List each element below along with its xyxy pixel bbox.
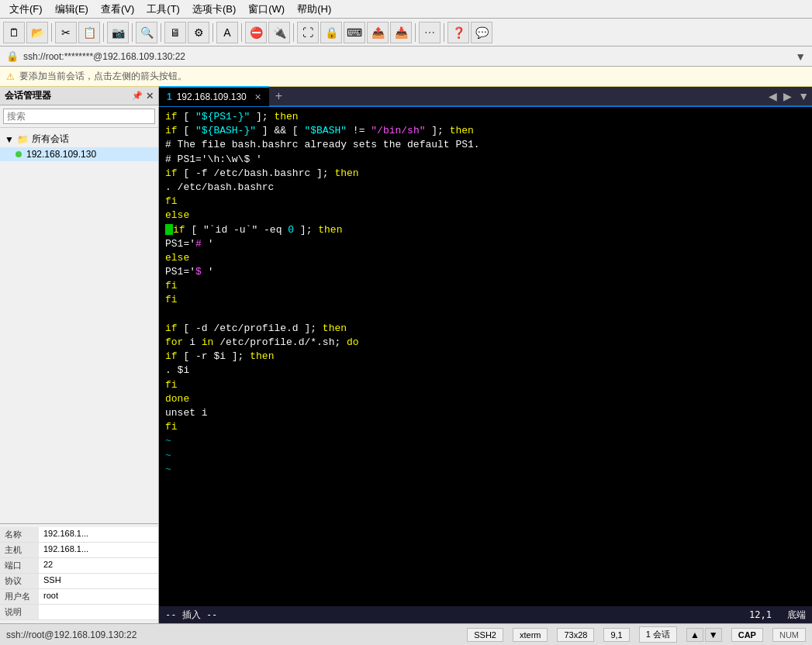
terminal-line-1: if [ "${PS1-}" ]; then (165, 110, 806, 124)
vim-location: 底端 (787, 609, 806, 622)
status-sessions: 1 会话 (639, 626, 677, 643)
fullscreen-button[interactable]: ⛶ (297, 22, 319, 43)
status-term: xterm (513, 628, 548, 642)
tab-bar: 1 192.168.109.130 ✕ + ◀ ▶ ▼ (159, 87, 812, 107)
terminal-button[interactable]: 🖥 (164, 22, 186, 43)
num-lock-indicator: NUM (772, 628, 806, 642)
session-item[interactable]: 192.168.109.130 (0, 147, 158, 161)
terminal-line-21: done (165, 392, 806, 406)
prop-label-host: 主机 (0, 543, 39, 557)
prop-value-username: root (39, 589, 158, 604)
prop-value-host: 192.168.1... (39, 543, 158, 557)
screenshot-button[interactable]: 📷 (107, 22, 129, 43)
terminal-line-5: if [ -f /etc/bash.bashrc ]; then (165, 167, 806, 181)
expand-icon: ▼ (5, 134, 14, 145)
terminal-line-12: PS1='$ ' (165, 265, 806, 279)
tab-navigation: ◀ ▶ ▼ (765, 90, 812, 102)
prop-value-desc (39, 605, 158, 619)
session-host: 192.168.109.130 (26, 149, 96, 160)
terminal-line-25: ~ (165, 449, 806, 463)
copy-button[interactable]: 📋 (78, 22, 100, 43)
terminal-line-17: for i in /etc/profile.d/*.sh; do (165, 336, 806, 350)
reconnect-button[interactable]: 🔌 (268, 22, 290, 43)
lock-button[interactable]: 🔒 (320, 22, 342, 43)
more-button[interactable]: ⋯ (419, 22, 441, 43)
prop-row-port: 端口 22 (0, 558, 158, 574)
find-button[interactable]: 🔍 (136, 22, 157, 43)
prop-label-port: 端口 (0, 558, 39, 573)
terminal-line-20: fi (165, 378, 806, 392)
tab-menu-button[interactable]: ▼ (795, 90, 812, 102)
terminal-line-26: ~ (165, 463, 806, 477)
cursor (165, 224, 173, 235)
terminal-line-2: if [ "${BASH-}" ] && [ "$BASH" != "/bin/… (165, 124, 806, 138)
terminal-line-10: PS1='# ' (165, 237, 806, 251)
terminal-line-11: else (165, 251, 806, 265)
terminal-line-13: fi (165, 279, 806, 293)
tab-0[interactable]: 1 192.168.109.130 ✕ (159, 86, 269, 106)
notice-text: 要添加当前会话，点击左侧的箭头按钮。 (19, 70, 187, 83)
terminal-container: 1 192.168.109.130 ✕ + ◀ ▶ ▼ if [ "${PS1-… (159, 87, 812, 623)
scroll-down-button[interactable]: ▼ (705, 628, 722, 642)
chat-button[interactable]: 💬 (471, 22, 492, 43)
close-sidebar-button[interactable]: ✕ (146, 91, 154, 102)
prop-value-name: 192.168.1... (39, 527, 158, 542)
toolbar: 🗒 📂 ✂ 📋 📷 🔍 🖥 ⚙ A ⛔ 🔌 ⛶ 🔒 ⌨ 📤 📥 ⋯ ❓ 💬 (0, 19, 812, 47)
keyboard-button[interactable]: ⌨ (344, 22, 365, 43)
add-tab-button[interactable]: + (269, 89, 289, 103)
status-size: 73x28 (557, 628, 594, 642)
settings-button[interactable]: ⚙ (188, 22, 209, 43)
terminal-screen[interactable]: if [ "${PS1-}" ]; then if [ "${BASH-}" ]… (159, 107, 812, 606)
transfer2-button[interactable]: 📥 (390, 22, 412, 43)
transfer-button[interactable]: 📤 (367, 22, 389, 43)
terminal-line-6: . /etc/bash.bashrc (165, 181, 806, 195)
scroll-up-button[interactable]: ▲ (686, 628, 703, 642)
all-sessions-group[interactable]: ▼ 📁 所有会话 (0, 131, 158, 147)
notice-icon: ⚠ (6, 71, 15, 82)
properties-panel: 名称 192.168.1... 主机 192.168.1... 端口 22 协议… (0, 523, 158, 623)
search-input[interactable] (3, 109, 155, 124)
menu-tabs[interactable]: 选项卡(B) (186, 1, 242, 18)
terminal-line-4: # PS1='\h:\w\$ ' (165, 153, 806, 167)
prop-label-protocol: 协议 (0, 574, 39, 588)
disconnect-button[interactable]: ⛔ (245, 22, 267, 43)
menu-bar: 文件(F) 编辑(E) 查看(V) 工具(T) 选项卡(B) 窗口(W) 帮助(… (0, 0, 812, 19)
new-session-button[interactable]: 🗒 (3, 22, 25, 43)
terminal-line-15 (165, 308, 806, 322)
menu-help[interactable]: 帮助(H) (291, 1, 337, 18)
open-button[interactable]: 📂 (26, 22, 48, 43)
menu-window[interactable]: 窗口(W) (242, 1, 291, 18)
sidebar-title: 会话管理器 (5, 89, 132, 102)
status-cursor: 9,1 (603, 628, 629, 642)
folder-icon: 📁 (17, 134, 29, 145)
prop-row-protocol: 协议 SSH (0, 574, 158, 589)
prop-row-host: 主机 192.168.1... (0, 543, 158, 558)
prop-label-desc: 说明 (0, 605, 39, 619)
status-conn: ssh://root@192.168.109.130:22 (6, 629, 458, 640)
terminal-line-22: unset i (165, 406, 806, 420)
terminal-line-24: ~ (165, 434, 806, 448)
terminal-line-3: # The file bash.bashrc already sets the … (165, 138, 806, 152)
next-tab-button[interactable]: ▶ (780, 90, 795, 102)
help-button[interactable]: ❓ (447, 22, 469, 43)
font-button[interactable]: A (216, 22, 238, 43)
prop-row-desc: 说明 (0, 605, 158, 620)
session-tree: ▼ 📁 所有会话 192.168.109.130 (0, 128, 158, 523)
prop-value-port: 22 (39, 558, 158, 573)
menu-view[interactable]: 查看(V) (95, 1, 140, 18)
main-area: 会话管理器 📌 ✕ ▼ 📁 所有会话 192.168.109.130 名称 19… (0, 87, 812, 623)
terminal-line-14: fi (165, 293, 806, 307)
cut-button[interactable]: ✂ (55, 22, 77, 43)
tab-host: 192.168.109.130 (177, 91, 247, 102)
status-ssh: SSH2 (467, 628, 503, 642)
terminal-line-7: fi (165, 195, 806, 209)
menu-file[interactable]: 文件(F) (3, 1, 49, 18)
terminal-line-8: else (165, 209, 806, 222)
tab-close-button[interactable]: ✕ (254, 92, 261, 102)
menu-tools[interactable]: 工具(T) (140, 1, 186, 18)
pin-icon[interactable]: 📌 (132, 91, 143, 101)
terminal-line-19: . $i (165, 364, 806, 378)
menu-edit[interactable]: 编辑(E) (49, 1, 95, 18)
prev-tab-button[interactable]: ◀ (765, 90, 780, 102)
expand-icon[interactable]: ▼ (795, 50, 806, 63)
